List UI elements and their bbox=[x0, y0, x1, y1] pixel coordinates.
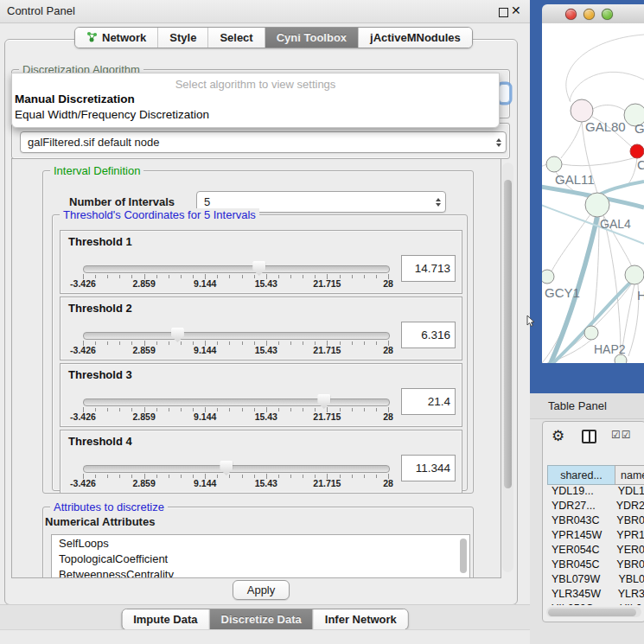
table-row[interactable]: YDL19...YDL1 bbox=[547, 485, 644, 500]
cell-name: YER0 bbox=[612, 544, 644, 558]
threshold-coordinates-group: Threshold's Coordinates for 5 Intervals … bbox=[52, 214, 468, 491]
numerical-attributes-label: Numerical Attributes bbox=[45, 515, 155, 528]
tab-label: Impute Data bbox=[133, 613, 197, 626]
mouse-cursor bbox=[526, 315, 536, 328]
cell-shared-name: YDL19... bbox=[547, 485, 614, 500]
node-GAL11[interactable] bbox=[546, 156, 562, 172]
table-row[interactable]: YBL079WYBL0 bbox=[547, 573, 644, 588]
close-icon[interactable]: ✕ bbox=[511, 3, 521, 17]
cell-shared-name: YBR045C bbox=[547, 558, 612, 573]
slider-tick-label: 21.715 bbox=[301, 478, 353, 488]
table-row[interactable]: YLR345WYLR3 bbox=[547, 588, 644, 603]
gear-icon[interactable]: ⚙ bbox=[552, 427, 564, 445]
slider-tick-label: 9.144 bbox=[179, 411, 231, 422]
float-window-icon[interactable] bbox=[499, 8, 508, 17]
node-label-GAL4: GAL4 bbox=[600, 217, 631, 231]
node-red[interactable] bbox=[630, 144, 644, 158]
slider-tick-label: 21.715 bbox=[301, 345, 353, 355]
attribute-list-item[interactable]: BetweennessCentrality bbox=[52, 566, 469, 578]
network-edge bbox=[566, 35, 644, 102]
threshold-panel-1: Threshold 1-3.4262.8599.14415.4321.71528… bbox=[60, 230, 462, 294]
attribute-list-item[interactable]: SelfLoops bbox=[52, 535, 469, 551]
split-columns-icon[interactable] bbox=[582, 430, 596, 443]
tab-network[interactable]: Network bbox=[75, 28, 158, 48]
tab-label: Style bbox=[169, 31, 196, 44]
node-label-H: H bbox=[637, 288, 644, 303]
tab-label: jActiveMNodules bbox=[370, 31, 461, 44]
cell-shared-name: YBL079W bbox=[547, 573, 614, 588]
threshold-label: Threshold 1 bbox=[68, 235, 132, 248]
node-right-H[interactable] bbox=[625, 265, 644, 284]
panel-scrollbar-thumb[interactable] bbox=[504, 180, 512, 488]
table-data-combobox-value: galFiltered.sif default node bbox=[21, 136, 492, 149]
threshold-value-field[interactable]: 14.713 bbox=[401, 255, 456, 282]
threshold-label: Threshold 2 bbox=[68, 302, 132, 315]
threshold-value-field[interactable]: 11.344 bbox=[401, 455, 456, 481]
slider-track[interactable] bbox=[83, 332, 390, 340]
slider-track[interactable] bbox=[83, 265, 390, 273]
table-row[interactable]: YIL052CYIL0 bbox=[547, 603, 644, 605]
control-panel-titlebar: Control Panel ✕ bbox=[0, 0, 530, 23]
node-GAL4[interactable] bbox=[585, 193, 609, 217]
node-GCY1[interactable] bbox=[542, 270, 554, 284]
interval-definition-group-label: Interval Definition bbox=[50, 164, 143, 177]
slider-tick-label: 15.43 bbox=[240, 478, 292, 488]
slider-tick-label: -3.426 bbox=[57, 411, 109, 422]
tab-label: Discretize Data bbox=[221, 613, 302, 626]
tab-jactivemnodules[interactable]: jActiveMNodules bbox=[359, 28, 472, 48]
table-row[interactable]: YPR145WYPR1 bbox=[547, 529, 644, 544]
table-hscrollbar-thumb[interactable] bbox=[548, 609, 636, 616]
zoom-traffic-light[interactable] bbox=[602, 9, 613, 20]
column-header-shared-name[interactable]: shared... bbox=[547, 465, 615, 485]
slider-thumb[interactable] bbox=[317, 394, 330, 409]
table-data-combobox[interactable]: galFiltered.sif default node bbox=[20, 131, 507, 153]
network-edge bbox=[562, 157, 636, 166]
tab-cyni-toolbox[interactable]: Cyni Toolbox bbox=[265, 28, 359, 48]
select-columns-checkbox-icons[interactable]: ☑☑ bbox=[611, 429, 632, 441]
cell-name: YBR0 bbox=[612, 514, 644, 529]
cell-name: YPR1 bbox=[612, 529, 644, 544]
settings-scroll-panel: Interval Definition Number of Intervals … bbox=[11, 158, 501, 578]
numerical-attributes-list[interactable]: SelfLoopsTopologicalCoefficientBetweenne… bbox=[51, 534, 470, 578]
table-row[interactable]: YER054CYER0 bbox=[547, 544, 644, 558]
slider-tick-label: 2.859 bbox=[118, 345, 170, 355]
node-HAP2[interactable] bbox=[584, 326, 598, 340]
cell-name: YIL0 bbox=[615, 603, 642, 605]
threshold-value-field[interactable]: 21.4 bbox=[401, 388, 456, 415]
tab-select[interactable]: Select bbox=[208, 28, 265, 48]
slider-tick-label: -3.426 bbox=[57, 278, 109, 289]
network-window-titlebar[interactable] bbox=[542, 4, 644, 24]
slider-tick-label: 9.144 bbox=[179, 478, 231, 488]
attributes-group: Attributes to discretize Numerical Attri… bbox=[42, 507, 474, 578]
apply-button[interactable]: Apply bbox=[233, 580, 290, 600]
minimize-traffic-light[interactable] bbox=[583, 9, 595, 20]
tab-label: Network bbox=[102, 31, 146, 44]
slider-thumb[interactable] bbox=[220, 461, 233, 475]
popup-item-manual-discretization[interactable]: Manual Discretization bbox=[15, 92, 135, 105]
threshold-coordinates-group-label: Threshold's Coordinates for 5 Intervals bbox=[60, 208, 259, 221]
tab-infer-network[interactable]: Infer Network bbox=[314, 609, 408, 629]
table-panel-title: Table Panel bbox=[548, 399, 607, 412]
slider-track[interactable] bbox=[83, 399, 390, 406]
table-row[interactable]: YDR27...YDR2 bbox=[547, 500, 644, 514]
cell-shared-name: YPR145W bbox=[547, 529, 612, 544]
threshold-value-field[interactable]: 6.316 bbox=[401, 322, 456, 348]
column-header-name[interactable]: name bbox=[615, 465, 644, 485]
table-row[interactable]: YBR043CYBR0 bbox=[547, 514, 644, 529]
popup-item-equal-width-frequency[interactable]: Equal Width/Frequency Discretization bbox=[15, 108, 209, 121]
close-traffic-light[interactable] bbox=[565, 9, 577, 20]
tab-impute-data[interactable]: Impute Data bbox=[122, 609, 209, 629]
cell-name: YBL0 bbox=[614, 573, 644, 588]
slider-track[interactable] bbox=[83, 465, 390, 473]
algorithm-combobox-focus-ring[interactable] bbox=[499, 84, 510, 103]
tab-style[interactable]: Style bbox=[158, 28, 208, 48]
table-row[interactable]: YBR045CYBR0 bbox=[547, 558, 644, 573]
cell-shared-name: YER054C bbox=[547, 544, 612, 558]
attribute-list-item[interactable]: TopologicalCoefficient bbox=[52, 551, 469, 566]
slider-thumb[interactable] bbox=[252, 261, 265, 276]
threshold-label: Threshold 4 bbox=[68, 435, 132, 448]
slider-thumb[interactable] bbox=[171, 328, 184, 342]
network-view-canvas[interactable]: GAL80GACGAL11GAL4GCY1HHAP2 bbox=[542, 23, 644, 363]
tab-discretize-data[interactable]: Discretize Data bbox=[210, 609, 314, 629]
attributes-list-scrollbar[interactable] bbox=[460, 539, 467, 573]
